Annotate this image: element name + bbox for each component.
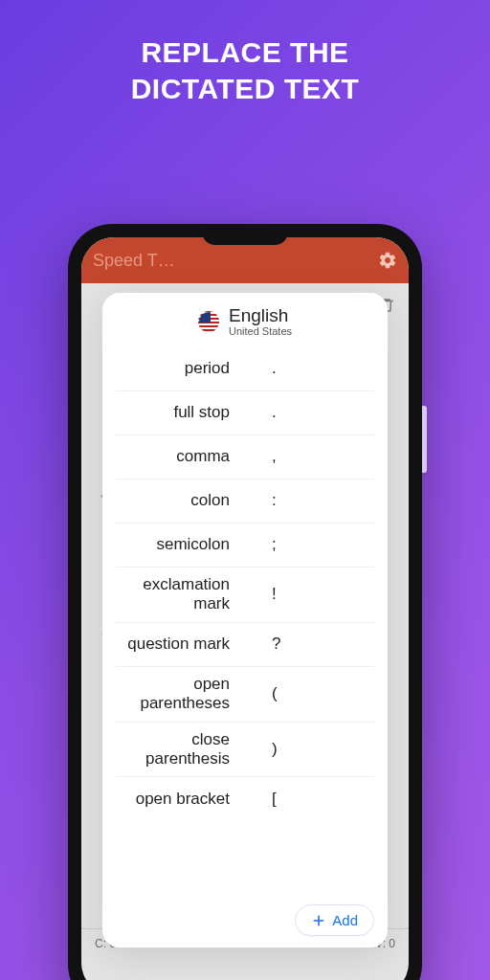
phone-notch bbox=[202, 224, 288, 245]
list-item[interactable]: period . bbox=[116, 346, 374, 390]
list-item[interactable]: comma , bbox=[116, 434, 374, 479]
list-item[interactable]: open bracket [ bbox=[116, 776, 374, 820]
symbol-value: ! bbox=[258, 585, 374, 604]
symbol-value: . bbox=[258, 359, 374, 378]
phrase-label: full stop bbox=[116, 403, 232, 422]
phrase-label: colon bbox=[116, 491, 232, 510]
modal-header: English United States bbox=[102, 293, 388, 346]
symbol-value: , bbox=[258, 447, 374, 466]
marketing-headline: REPLACE THE DICTATED TEXT bbox=[0, 0, 490, 106]
phone-screen: Speed T… S la tl b s C: 0 V: 0 bbox=[81, 237, 409, 980]
app-title: Speed T… bbox=[93, 251, 175, 271]
headline-line1: REPLACE THE bbox=[0, 34, 490, 71]
symbol-value: ; bbox=[258, 535, 374, 554]
phrase-label: comma bbox=[116, 447, 232, 466]
list-item[interactable]: colon : bbox=[116, 479, 374, 523]
symbol-value: ( bbox=[258, 684, 374, 703]
phrase-label: open bracket bbox=[116, 790, 232, 809]
symbol-value: ? bbox=[258, 635, 374, 654]
symbol-value: . bbox=[258, 403, 374, 422]
phrase-label: semicolon bbox=[116, 535, 232, 554]
list-item[interactable]: question mark ? bbox=[116, 622, 374, 666]
phrase-label: period bbox=[116, 359, 232, 378]
modal-region: United States bbox=[229, 325, 292, 337]
phrase-label: question mark bbox=[116, 635, 232, 654]
list-item[interactable]: full stop . bbox=[116, 390, 374, 434]
gear-icon[interactable] bbox=[378, 251, 397, 270]
phone-side-button bbox=[422, 406, 427, 473]
replacement-list[interactable]: period . full stop . comma , colon bbox=[102, 346, 388, 947]
phone-mockup: Speed T… S la tl b s C: 0 V: 0 bbox=[68, 224, 422, 980]
modal-title-block: English United States bbox=[229, 306, 292, 337]
headline-line2: DICTATED TEXT bbox=[0, 71, 490, 107]
list-item[interactable]: close parenthesis ) bbox=[116, 722, 374, 777]
list-item[interactable]: open parentheses ( bbox=[116, 666, 374, 722]
plus-icon bbox=[311, 913, 326, 928]
modal-language: English bbox=[229, 306, 292, 325]
add-button[interactable]: Add bbox=[295, 904, 374, 936]
list-item[interactable]: semicolon ; bbox=[116, 523, 374, 567]
phrase-label: open parentheses bbox=[116, 675, 232, 714]
phrase-label: exclamation mark bbox=[116, 575, 232, 614]
replace-dictation-modal: English United States period . full stop… bbox=[102, 293, 388, 947]
add-button-label: Add bbox=[332, 912, 358, 928]
phrase-label: close parenthesis bbox=[116, 730, 232, 769]
symbol-value: [ bbox=[258, 790, 374, 809]
symbol-value: : bbox=[258, 491, 374, 510]
list-item[interactable]: exclamation mark ! bbox=[116, 567, 374, 622]
symbol-value: ) bbox=[258, 740, 374, 759]
us-flag-icon bbox=[198, 311, 219, 332]
